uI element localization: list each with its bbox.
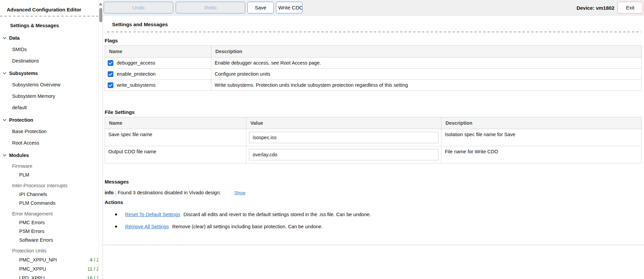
debugger-access-checkbox[interactable]: [108, 60, 113, 66]
sidebar-item-subsystems[interactable]: Subsystems: [0, 70, 98, 77]
protection-unit-count: 16 / 20: [87, 275, 98, 279]
flags-table: Name Description debugger_accessEnable d…: [105, 45, 642, 91]
sidebar-item-label: PSM Errors: [19, 229, 44, 234]
sidebar-item-protection-units[interactable]: Protection Units: [0, 247, 98, 254]
sidebar-item-label: Destinations: [12, 58, 39, 64]
sidebar-item-subsystem-memory[interactable]: Subsystem Memory: [0, 92, 98, 99]
file-setting-value-cell: [246, 146, 441, 163]
sidebar-nav: Advanced Configuration Editor Settings &…: [0, 0, 98, 279]
file-setting-description: Isolation spec file name for Save: [441, 129, 642, 146]
sidebar-item-label: LPD_XPPU: [19, 275, 45, 279]
flag-name-label: write_subsystems: [117, 82, 155, 88]
file-column-name: Name: [105, 117, 246, 129]
sidebar-item-root-access[interactable]: Root Access: [0, 139, 98, 146]
action-description: Discard all edits and revert to the defa…: [183, 212, 371, 217]
flags-table-row: debugger_accessEnable debugger access, s…: [105, 57, 642, 69]
file-setting-description: File name for Write CDO: [441, 146, 642, 163]
write-cdo-button[interactable]: Write CDO: [276, 2, 302, 13]
reset-to-default-settings-link[interactable]: Reset To Default Settings: [125, 212, 180, 217]
undo-button[interactable]: Undo: [104, 2, 173, 13]
sidebar-item-label: Software Errors: [19, 237, 53, 243]
sidebar-item-label: Subsystem Memory: [12, 93, 55, 99]
file-column-value: Value: [246, 117, 441, 129]
write-subsystems-checkbox[interactable]: [108, 82, 113, 88]
save-button[interactable]: Save: [247, 2, 274, 13]
sidebar-item-inter-processor-interrupts[interactable]: Inter-Processor Interrupts: [0, 182, 98, 189]
flags-table-row: write_subsystemsWrite subsystems. Protec…: [105, 80, 642, 91]
sidebar-item-label: SMIDs: [12, 47, 27, 52]
save-spec-file-name-input[interactable]: [249, 132, 438, 143]
sidebar-item-label: Inter-Processor Interrupts: [12, 183, 67, 188]
sidebar-item-base-protection[interactable]: Base Protection: [0, 128, 98, 135]
messages-section-title: Messages: [105, 179, 644, 185]
chevron-down-icon: [3, 154, 6, 157]
check-icon: [108, 60, 113, 66]
protection-unit-count: 4 / 20: [90, 257, 98, 263]
chevron-down-icon: [3, 119, 6, 121]
info-message-text: : Found 3 destinations disabled in Vivad…: [115, 190, 221, 195]
sidebar-item-data[interactable]: Data: [0, 34, 98, 41]
flags-section-title: Flags: [105, 38, 644, 43]
sidebar-item-label: Error Management: [12, 211, 53, 216]
show-link[interactable]: Show: [235, 190, 246, 195]
sidebar-item-label: PLM: [19, 172, 29, 177]
sidebar-item-ipi-channels[interactable]: IPI Channels: [0, 191, 98, 198]
sidebar-item-plm-commands[interactable]: PLM Commands: [0, 199, 98, 206]
sidebar-item-label: Settings & Messages: [10, 23, 59, 28]
sidebar-item-label: Firmware: [12, 163, 32, 169]
sidebar-item-plm[interactable]: PLM: [0, 171, 98, 178]
sidebar-item-label: Modules: [9, 153, 29, 158]
flag-description: Write subsystems. Protection units inclu…: [211, 80, 642, 91]
toolbar: Undo Redo Save Write CDO Device: vm1802 …: [103, 0, 644, 15]
page-title: Settings and Messages: [112, 22, 644, 27]
actions-section-title: Actions: [105, 199, 644, 205]
sidebar-item-label: PLM Commands: [19, 200, 56, 206]
file-setting-name: Output CDO file name: [105, 146, 246, 163]
action-row: Remove All SettingsRemove (clear) all se…: [115, 223, 644, 230]
file-setting-name: Save spec file name: [105, 129, 246, 146]
sidebar-item-label: Base Protection: [12, 129, 46, 134]
main-panel: Settings and Messages Flags Name Descrip…: [103, 15, 644, 279]
sidebar-item-settings-messages[interactable]: Settings & Messages: [0, 22, 98, 29]
enable-protection-checkbox[interactable]: [108, 71, 113, 77]
flag-name-cell: write_subsystems: [105, 80, 211, 91]
main-separator: [107, 32, 641, 32]
sidebar-item-pmc-xppu-npi[interactable]: PMC_XPPU_NPI4 / 20: [0, 256, 98, 263]
redo-button[interactable]: Redo: [176, 2, 245, 13]
flag-name-label: debugger_access: [117, 60, 155, 66]
sidebar-item-software-errors[interactable]: Software Errors: [0, 236, 98, 243]
info-severity-label: info: [105, 190, 114, 195]
sidebar-item-protection[interactable]: Protection: [0, 116, 98, 123]
protection-unit-count: 11 / 20: [87, 266, 98, 272]
sidebar-item-label: Protection Units: [12, 248, 46, 253]
output-cdo-file-name-input[interactable]: [249, 149, 438, 160]
sidebar-item-label: Root Access: [12, 140, 39, 146]
file-settings-row: Output CDO file nameFile name for Write …: [105, 146, 642, 163]
sidebar-item-label: PMC_XPPU_NPI: [19, 257, 57, 263]
scrollbar-thumb[interactable]: [99, 8, 102, 22]
flags-column-description: Description: [211, 46, 642, 57]
panel-bottom-divider: [103, 245, 644, 245]
sidebar-scrollbar[interactable]: [98, 0, 103, 279]
sidebar-item-label: Subsystems: [9, 71, 38, 76]
sidebar-item-error-management[interactable]: Error Management: [0, 210, 98, 217]
exit-button[interactable]: Exit: [617, 2, 643, 13]
sidebar-item-default[interactable]: default: [0, 104, 98, 111]
sidebar-item-label: Subsystems Overview: [12, 82, 60, 87]
sidebar-item-destinations[interactable]: Destinations: [0, 57, 98, 64]
sidebar-item-subsystems-overview[interactable]: Subsystems Overview: [0, 81, 98, 88]
flags-column-name: Name: [105, 46, 211, 57]
sidebar-item-lpd-xppu[interactable]: LPD_XPPU16 / 20: [0, 274, 98, 279]
flag-name-cell: enable_protection: [105, 69, 211, 80]
flags-table-row: enable_protectionConfigure protection un…: [105, 69, 642, 80]
sidebar-item-pmc-xppu[interactable]: PMC_XPPU11 / 20: [0, 265, 98, 272]
sidebar-item-psm-errors[interactable]: PSM Errors: [0, 228, 98, 235]
check-icon: [108, 82, 113, 88]
sidebar-item-modules[interactable]: Modules: [0, 152, 98, 159]
sidebar-item-smids[interactable]: SMIDs: [0, 46, 98, 53]
remove-all-settings-link[interactable]: Remove All Settings: [125, 224, 169, 229]
sidebar-item-firmware[interactable]: Firmware: [0, 162, 98, 169]
sidebar-item-pmc-errors[interactable]: PMC Errors: [0, 219, 98, 226]
scrollbar-up-arrow-icon[interactable]: [99, 3, 102, 5]
sidebar: Advanced Configuration Editor Settings &…: [0, 0, 103, 279]
